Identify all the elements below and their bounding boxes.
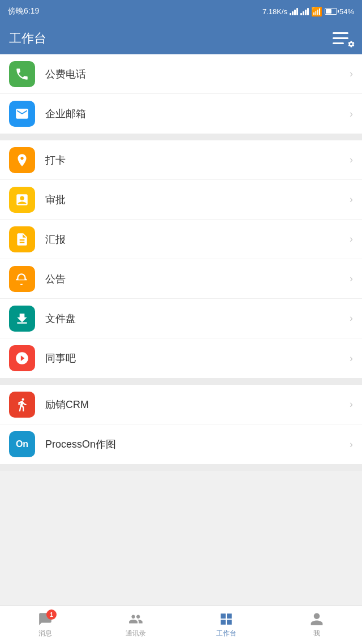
nav-messages[interactable]: 1 消息 xyxy=(0,606,90,644)
approval-label: 审批 xyxy=(45,193,345,207)
phone-label: 公费电话 xyxy=(45,67,345,81)
item-processon[interactable]: On ProcessOn作图 › xyxy=(0,424,362,464)
phone-chevron: › xyxy=(350,68,353,80)
checkin-icon xyxy=(9,147,35,173)
signal2-icon xyxy=(300,7,309,15)
me-icon xyxy=(309,612,325,626)
notice-chevron: › xyxy=(350,273,353,285)
item-filecloud[interactable]: 文件盘 › xyxy=(0,299,362,338)
status-time: 傍晚6:19 xyxy=(8,6,39,16)
report-chevron: › xyxy=(350,233,353,245)
item-lixiaocrm[interactable]: 励销CRM › xyxy=(0,385,362,424)
battery-icon xyxy=(325,8,337,15)
section-apps: 励销CRM › On ProcessOn作图 › xyxy=(0,385,362,464)
notice-icon xyxy=(9,266,35,292)
bottom-navigation: 1 消息 通讯录 工作台 我 xyxy=(0,606,362,644)
lixiaocrm-chevron: › xyxy=(350,398,353,410)
nav-workbench-label: 工作台 xyxy=(216,629,236,638)
filecloud-chevron: › xyxy=(350,312,353,324)
nav-messages-label: 消息 xyxy=(38,629,52,638)
processon-label: ProcessOn作图 xyxy=(45,437,345,451)
item-notice[interactable]: 公告 › xyxy=(0,259,362,299)
colleague-icon xyxy=(9,345,35,371)
item-phone[interactable]: 公费电话 › xyxy=(0,54,362,94)
colleague-chevron: › xyxy=(350,353,353,364)
nav-contacts-label: 通讯录 xyxy=(126,629,146,638)
processon-icon: On xyxy=(9,431,35,457)
section-communication: 公费电话 › 企业邮箱 › xyxy=(0,54,362,134)
section-tools: 打卡 › 审批 › 汇报 › 公告 › xyxy=(0,140,362,378)
menu-settings-button[interactable] xyxy=(333,31,353,46)
colleague-label: 同事吧 xyxy=(45,351,345,365)
lixiao-icon xyxy=(9,392,35,418)
network-speed: 7.18K/s xyxy=(262,7,287,16)
status-indicators: 7.18K/s 📶 54% xyxy=(262,6,354,17)
report-icon xyxy=(9,226,35,252)
lixiaocrm-label: 励销CRM xyxy=(45,398,345,411)
processon-chevron: › xyxy=(350,439,353,450)
status-bar: 傍晚6:19 7.18K/s 📶 54% xyxy=(0,0,362,23)
divider-1 xyxy=(0,134,362,140)
divider-3 xyxy=(0,464,362,471)
phone-icon xyxy=(9,61,35,87)
item-email[interactable]: 企业邮箱 › xyxy=(0,94,362,134)
item-checkin[interactable]: 打卡 › xyxy=(0,140,362,180)
checkin-chevron: › xyxy=(350,154,353,166)
filecloud-label: 文件盘 xyxy=(45,312,345,325)
nav-workbench[interactable]: 工作台 xyxy=(181,606,272,644)
notice-label: 公告 xyxy=(45,272,345,286)
nav-me-label: 我 xyxy=(313,629,320,638)
item-approval[interactable]: 审批 › xyxy=(0,180,362,220)
filecloud-icon xyxy=(9,306,35,332)
approval-chevron: › xyxy=(350,194,353,205)
page-title: 工作台 xyxy=(9,30,46,47)
message-icon: 1 xyxy=(37,612,53,626)
approval-icon xyxy=(9,187,35,213)
email-label: 企业邮箱 xyxy=(45,107,345,121)
nav-me[interactable]: 我 xyxy=(272,606,362,644)
main-content: 公费电话 › 企业邮箱 › 打卡 › 审批 › xyxy=(0,54,362,471)
divider-2 xyxy=(0,378,362,385)
email-icon xyxy=(9,101,35,127)
nav-contacts[interactable]: 通讯录 xyxy=(90,606,181,644)
contacts-icon xyxy=(128,612,144,626)
item-colleague[interactable]: 同事吧 › xyxy=(0,338,362,378)
checkin-label: 打卡 xyxy=(45,153,345,167)
battery-percent: 54% xyxy=(339,7,354,16)
signal-icon xyxy=(290,7,298,15)
email-chevron: › xyxy=(350,108,353,120)
header: 工作台 xyxy=(0,23,362,54)
workbench-icon xyxy=(218,612,234,626)
item-report[interactable]: 汇报 › xyxy=(0,220,362,259)
wifi-icon: 📶 xyxy=(311,6,322,17)
message-badge: 1 xyxy=(46,609,57,620)
report-label: 汇报 xyxy=(45,233,345,246)
